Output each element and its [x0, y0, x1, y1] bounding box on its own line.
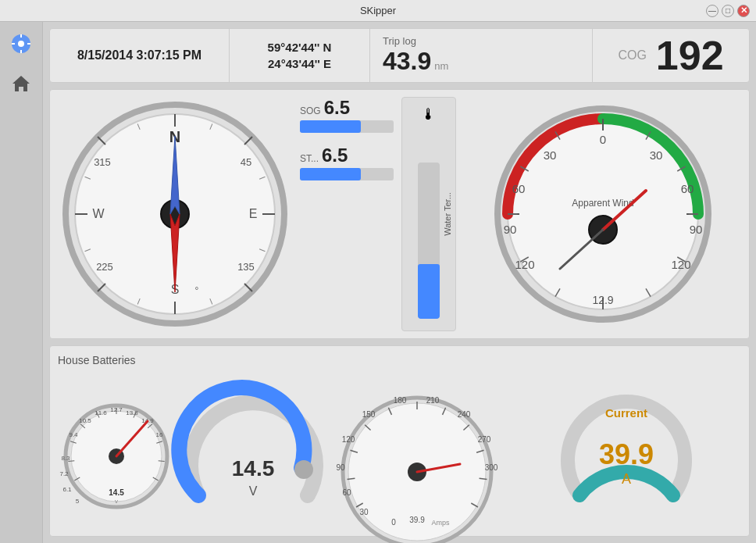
sog-stw-panel: SOG 6.5 ST... 6.5: [300, 97, 394, 331]
svg-text:60: 60: [512, 182, 525, 195]
svg-text:90: 90: [336, 463, 345, 472]
info-bar: 8/15/2014 3:07:15 PM 59°42'44'' N 24°43'…: [49, 28, 750, 83]
water-temp-label: Water Ter...: [443, 192, 452, 236]
svg-text:A: A: [621, 471, 630, 487]
coord-lat: 59°42'44'' N: [268, 39, 332, 55]
svg-text:39.9: 39.9: [598, 438, 653, 470]
datetime-display: 8/15/2014 3:07:15 PM: [77, 48, 201, 63]
cog-value: 192: [656, 35, 724, 76]
current-display: Current 39.9 A: [511, 386, 741, 511]
coord-lon: 24°43'44'' E: [268, 55, 332, 72]
minimize-button[interactable]: —: [706, 5, 719, 17]
svg-text:0: 0: [599, 133, 605, 146]
svg-line-102: [347, 478, 355, 479]
svg-marker-6: [12, 76, 30, 91]
maximize-button[interactable]: □: [722, 5, 734, 17]
svg-text:Amps: Amps: [431, 519, 450, 527]
svg-text:45: 45: [241, 156, 251, 168]
trip-log-label: Trip log: [383, 35, 416, 47]
instruments-row: N S E W 45 135 225 315 °: [49, 89, 750, 339]
svg-text:10.5: 10.5: [79, 417, 91, 424]
home-icon[interactable]: [7, 70, 35, 98]
svg-text:90: 90: [689, 223, 702, 236]
svg-point-1: [18, 41, 24, 47]
right-panel: 8/15/2014 3:07:15 PM 59°42'44'' N 24°43'…: [43, 22, 756, 543]
svg-point-96: [294, 460, 313, 479]
svg-text:300: 300: [485, 463, 498, 472]
svg-text:Current: Current: [604, 406, 647, 420]
water-temp-panel: 🌡 Water Ter...: [401, 97, 456, 331]
compass-gauge: N S E W 45 135 225 315 °: [58, 97, 292, 331]
svg-text:315: 315: [94, 156, 111, 168]
stw-progress-bg: [300, 168, 394, 180]
svg-text:16: 16: [156, 431, 163, 438]
coords-cell: 59°42'44'' N 24°43'44'' E: [230, 29, 370, 82]
svg-text:240: 240: [458, 410, 471, 419]
svg-text:5: 5: [76, 498, 80, 505]
svg-text:30: 30: [359, 508, 369, 516]
svg-text:39.9: 39.9: [409, 516, 425, 524]
wind-gauge: 0 30 60 90 120 12.9 120 90 60 30 Apparen…: [464, 97, 741, 331]
battery-section: House Batteries: [49, 345, 750, 537]
title-bar: SKipper — □ ✕: [0, 0, 756, 22]
sidebar: [0, 22, 43, 543]
svg-text:12.7: 12.7: [110, 406, 123, 413]
sog-value: 6.5: [324, 97, 350, 119]
svg-text:6.1: 6.1: [62, 486, 72, 493]
svg-text:60: 60: [680, 182, 694, 195]
svg-text:120: 120: [342, 435, 355, 444]
sog-progress-fill: [300, 120, 361, 133]
svg-text:14.5: 14.5: [109, 488, 124, 497]
svg-text:120: 120: [671, 258, 690, 271]
battery-title: House Batteries: [58, 354, 741, 366]
voltage-needle-gauge: 9.4 10.5 11.6 12.7 13.8 14.9 16 8.3 7.2 …: [58, 390, 175, 507]
svg-text:120: 120: [515, 258, 534, 271]
thermometer-icon: 🌡: [421, 105, 437, 123]
battery-gauges: 9.4 10.5 11.6 12.7 13.8 14.9 16 8.3 7.2 …: [58, 373, 741, 523]
svg-text:7.2: 7.2: [59, 470, 69, 477]
sog-label: SOG: [300, 105, 321, 116]
svg-text:W: W: [92, 207, 105, 220]
svg-text:135: 135: [237, 261, 255, 273]
svg-text:E: E: [249, 207, 258, 220]
svg-text:°: °: [195, 285, 199, 296]
datetime-cell: 8/15/2014 3:07:15 PM: [50, 29, 230, 82]
stw-value: 6.5: [322, 145, 348, 166]
svg-text:60: 60: [342, 488, 351, 497]
stw-section: ST... 6.5: [300, 145, 394, 180]
svg-text:90: 90: [503, 223, 516, 236]
svg-text:8.3: 8.3: [61, 455, 70, 462]
app-title: SKipper: [360, 5, 396, 16]
stw-progress-fill: [300, 168, 361, 180]
svg-text:Apparent Wind: Apparent Wind: [572, 198, 633, 209]
svg-text:12.9: 12.9: [592, 294, 613, 306]
svg-text:v: v: [115, 498, 118, 505]
close-button[interactable]: ✕: [737, 5, 750, 17]
svg-text:270: 270: [478, 435, 491, 444]
sog-section: SOG 6.5: [300, 97, 394, 133]
cog-label: COG: [618, 48, 646, 63]
sog-progress-bg: [300, 120, 394, 133]
main-content: 8/15/2014 3:07:15 PM 59°42'44'' N 24°43'…: [0, 22, 756, 543]
svg-text:9.4: 9.4: [69, 431, 78, 438]
stw-label: ST...: [300, 153, 319, 164]
trip-log-value: 43.9: [383, 47, 431, 76]
svg-text:180: 180: [394, 396, 407, 405]
water-temp-bar: [418, 264, 440, 319]
window-controls: — □ ✕: [706, 5, 750, 17]
svg-text:210: 210: [426, 396, 440, 405]
trip-log-cell: Trip log 43.9 nm: [370, 29, 593, 82]
dashboard-icon[interactable]: [7, 30, 35, 58]
amps-needle-gauge: 120 150 180 210 240 270 300 90 60 30 0 A…: [331, 386, 503, 511]
svg-text:225: 225: [96, 261, 113, 273]
voltage-arc-gauge: 14.5 V: [183, 386, 323, 511]
svg-text:30: 30: [543, 148, 556, 162]
svg-text:0: 0: [391, 518, 396, 527]
cog-cell: COG 192: [593, 29, 749, 82]
svg-text:150: 150: [362, 410, 376, 419]
svg-text:11.6: 11.6: [94, 409, 107, 416]
svg-text:V: V: [249, 484, 258, 498]
svg-text:14.5: 14.5: [232, 456, 275, 480]
svg-text:13.8: 13.8: [126, 409, 138, 416]
svg-line-110: [480, 478, 487, 479]
